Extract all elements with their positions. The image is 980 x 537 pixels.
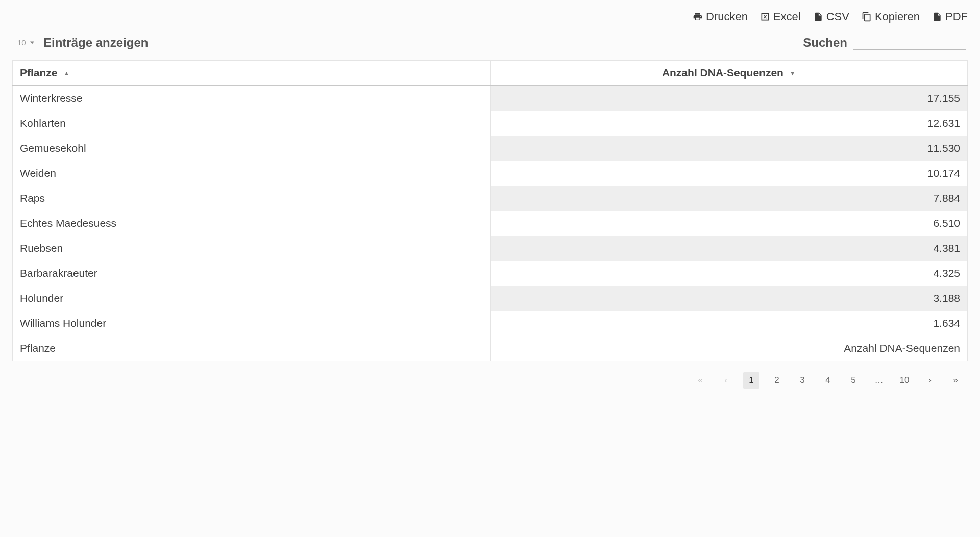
- sort-asc-icon: ▲: [63, 70, 69, 77]
- pdf-button[interactable]: PDF: [932, 10, 968, 23]
- entries-control: 10 Einträge anzeigen: [14, 36, 148, 50]
- page-last-button[interactable]: »: [947, 372, 964, 389]
- csv-icon: [813, 12, 823, 22]
- page-prev-button[interactable]: ‹: [718, 372, 734, 389]
- footer-plant: Pflanze: [13, 336, 491, 361]
- cell-plant: Kohlarten: [13, 111, 491, 136]
- cell-plant: Winterkresse: [13, 86, 491, 111]
- cell-plant: Barbarakraeuter: [13, 261, 491, 286]
- page-number-button[interactable]: 3: [794, 372, 811, 389]
- cell-plant: Raps: [13, 186, 491, 211]
- table-row: Raps7.884: [13, 186, 968, 211]
- cell-plant: Echtes Maedesuess: [13, 211, 491, 236]
- table-row: Echtes Maedesuess6.510: [13, 211, 968, 236]
- column-header-count-label: Anzahl DNA-Sequenzen: [662, 67, 783, 79]
- column-header-count[interactable]: Anzahl DNA-Sequenzen ▼: [490, 61, 968, 86]
- search-label: Suchen: [803, 36, 847, 50]
- table-row: Barbarakraeuter4.325: [13, 261, 968, 286]
- footer-count: Anzahl DNA-Sequenzen: [490, 336, 968, 361]
- cell-plant: Gemuesekohl: [13, 136, 491, 161]
- column-header-plant-label: Pflanze: [20, 67, 58, 79]
- cell-plant: Weiden: [13, 161, 491, 186]
- cell-count: 6.510: [490, 211, 968, 236]
- cell-plant: Holunder: [13, 286, 491, 311]
- copy-button[interactable]: Kopieren: [862, 10, 920, 23]
- page-number-button[interactable]: 2: [769, 372, 785, 389]
- print-icon: [693, 12, 703, 22]
- search-input[interactable]: [853, 36, 966, 50]
- sort-desc-icon: ▼: [790, 70, 796, 77]
- page-next-button[interactable]: ›: [922, 372, 938, 389]
- table-row: Gemuesekohl11.530: [13, 136, 968, 161]
- table-body: Winterkresse17.155Kohlarten12.631Gemuese…: [13, 86, 968, 336]
- cell-count: 4.325: [490, 261, 968, 286]
- data-table: Pflanze ▲ Anzahl DNA-Sequenzen ▼ Winterk…: [12, 60, 968, 361]
- page-first-button[interactable]: «: [692, 372, 708, 389]
- entries-label: Einträge anzeigen: [43, 36, 148, 50]
- csv-button[interactable]: CSV: [813, 10, 849, 23]
- page-number-button[interactable]: 5: [845, 372, 862, 389]
- print-label: Drucken: [706, 10, 748, 23]
- excel-icon: [760, 12, 770, 22]
- search-control: Suchen: [803, 36, 966, 50]
- copy-icon: [862, 12, 872, 22]
- pdf-icon: [932, 12, 942, 22]
- cell-count: 7.884: [490, 186, 968, 211]
- cell-plant: Ruebsen: [13, 236, 491, 261]
- cell-count: 12.631: [490, 111, 968, 136]
- csv-label: CSV: [826, 10, 849, 23]
- page-number-button[interactable]: 10: [896, 372, 913, 389]
- column-header-plant[interactable]: Pflanze ▲: [13, 61, 491, 86]
- cell-count: 4.381: [490, 236, 968, 261]
- table-row: Weiden10.174: [13, 161, 968, 186]
- table-row: Ruebsen4.381: [13, 236, 968, 261]
- pagination: « ‹ 12345…10 › »: [12, 372, 968, 399]
- cell-count: 17.155: [490, 86, 968, 111]
- cell-plant: Williams Holunder: [13, 311, 491, 336]
- table-row: Kohlarten12.631: [13, 111, 968, 136]
- cell-count: 3.188: [490, 286, 968, 311]
- cell-count: 10.174: [490, 161, 968, 186]
- table-controls: 10 Einträge anzeigen Suchen: [12, 36, 968, 50]
- page-number-button[interactable]: 4: [820, 372, 836, 389]
- table-row: Williams Holunder1.634: [13, 311, 968, 336]
- excel-button[interactable]: Excel: [760, 10, 801, 23]
- excel-label: Excel: [773, 10, 801, 23]
- page-number-button[interactable]: 1: [743, 372, 760, 389]
- cell-count: 1.634: [490, 311, 968, 336]
- copy-label: Kopieren: [875, 10, 920, 23]
- export-toolbar: Drucken Excel CSV Kopieren PDF: [12, 10, 968, 23]
- page-ellipsis: …: [871, 372, 887, 389]
- cell-count: 11.530: [490, 136, 968, 161]
- print-button[interactable]: Drucken: [693, 10, 748, 23]
- table-row: Holunder3.188: [13, 286, 968, 311]
- table-row: Winterkresse17.155: [13, 86, 968, 111]
- entries-select[interactable]: 10: [14, 36, 36, 49]
- pdf-label: PDF: [945, 10, 968, 23]
